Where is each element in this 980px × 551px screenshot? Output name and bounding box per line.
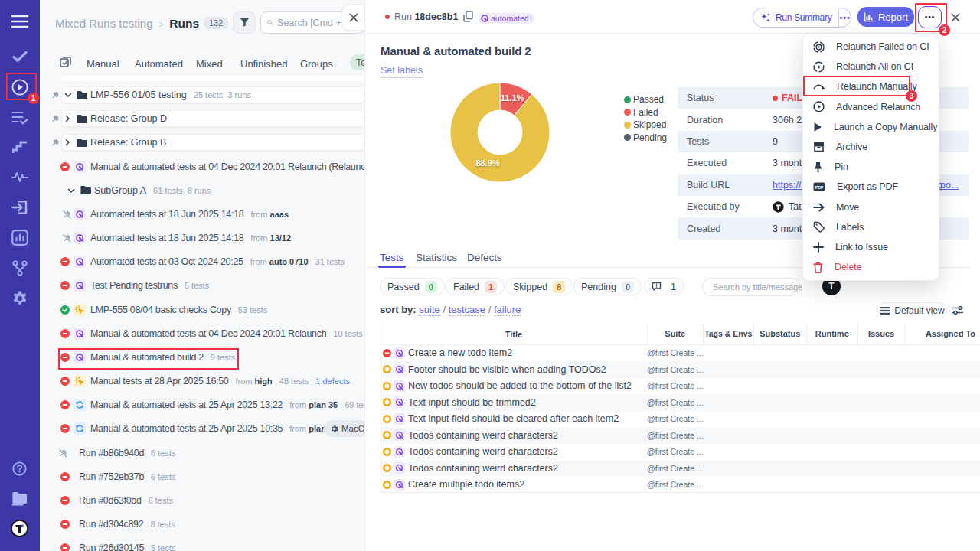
svg-text:11.1%: 11.1% — [501, 93, 524, 103]
svg-text:PDF: PDF — [815, 185, 824, 190]
svg-text:88.9%: 88.9% — [475, 158, 499, 168]
